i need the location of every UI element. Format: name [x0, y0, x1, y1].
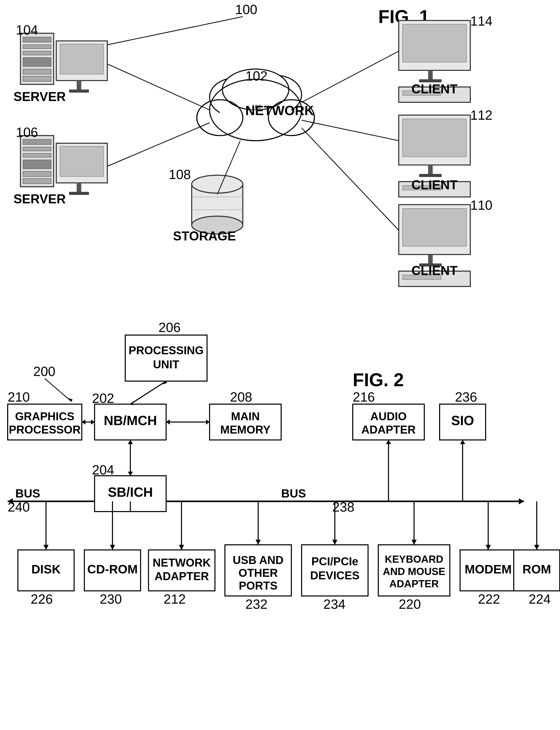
client1-label: CLIENT [412, 263, 458, 278]
cd-rom-label: CD-ROM [87, 563, 138, 576]
svg-marker-95 [412, 540, 417, 545]
disk-label: DISK [31, 563, 61, 576]
nb-mch-label: NB/MCH [104, 413, 157, 428]
ref-114: 114 [470, 14, 493, 28]
keyboard-label3: ADAPTER [389, 578, 439, 589]
svg-rect-21 [77, 81, 81, 91]
svg-rect-20 [60, 44, 104, 74]
svg-marker-99 [534, 545, 539, 550]
ref-212: 212 [164, 592, 186, 607]
svg-line-62 [302, 128, 399, 230]
ref-220: 220 [399, 597, 421, 612]
svg-rect-31 [60, 146, 104, 176]
pci-label1: PCI/PCIe [311, 555, 358, 568]
svg-marker-70 [166, 420, 170, 425]
svg-rect-22 [69, 89, 89, 93]
svg-rect-29 [23, 178, 51, 184]
storage-label: STORAGE [173, 229, 236, 243]
server2-icon [20, 136, 107, 195]
svg-line-57 [107, 64, 210, 110]
svg-rect-28 [23, 171, 51, 176]
svg-rect-13 [23, 37, 51, 42]
ref-238: 238 [332, 500, 355, 514]
ref-210: 210 [8, 390, 30, 405]
svg-rect-25 [23, 147, 51, 151]
svg-rect-52 [403, 208, 466, 246]
svg-rect-48 [419, 174, 442, 177]
network-adapter-label2: ADAPTER [155, 570, 209, 582]
svg-marker-87 [110, 545, 115, 550]
ref-208: 208 [230, 390, 252, 405]
ref-236: 236 [455, 390, 477, 405]
svg-point-35 [192, 175, 243, 193]
ref-202: 202 [92, 391, 114, 406]
svg-line-65 [130, 381, 166, 404]
svg-rect-46 [403, 119, 466, 157]
keyboard-label1: KEYBOARD [385, 554, 443, 565]
graphics-processor-label: GRAPHICS [15, 410, 74, 423]
ref-240: 240 [8, 500, 30, 514]
ref-226: 226 [31, 592, 53, 607]
svg-marker-97 [486, 545, 491, 550]
ref-108-label: 108 [169, 167, 191, 182]
ref-102: 102 [252, 104, 261, 110]
bus-left-label: BUS [15, 487, 40, 500]
svg-rect-53 [428, 254, 433, 265]
svg-marker-91 [256, 540, 261, 545]
ref-232: 232 [245, 597, 268, 612]
svg-rect-24 [23, 139, 51, 144]
ref-110: 110 [470, 198, 493, 212]
main-memory-label: MAIN [231, 410, 260, 423]
client3-label: CLIENT [412, 82, 458, 96]
ref-102-label: 102 [245, 69, 268, 83]
svg-marker-76 [128, 472, 133, 476]
sb-ich-label: SB/ICH [108, 485, 153, 500]
sio-label: SIO [451, 413, 474, 428]
svg-rect-16 [23, 58, 51, 66]
ref-230: 230 [100, 592, 122, 607]
ref-112: 112 [470, 108, 493, 122]
audio-adapter-label: AUDIO [370, 410, 407, 423]
svg-marker-81 [386, 440, 391, 444]
ref-100: 100 [235, 2, 257, 17]
server2-label: SERVER [14, 192, 66, 206]
svg-marker-72 [91, 420, 95, 425]
keyboard-label2: AND MOUSE [383, 566, 445, 577]
main-memory-label2: MEMORY [220, 423, 270, 436]
svg-rect-32 [77, 183, 81, 193]
graphics-processor-label2: PROCESSOR [9, 423, 81, 436]
svg-rect-40 [403, 24, 466, 62]
usb-label3: PORTS [239, 579, 278, 592]
svg-rect-33 [69, 192, 89, 195]
server1-label: SERVER [14, 89, 66, 104]
svg-marker-93 [332, 540, 337, 545]
pci-label2: DEVICES [310, 569, 359, 582]
svg-rect-26 [23, 153, 51, 157]
ref-104: 104 [16, 22, 38, 37]
svg-rect-41 [428, 70, 433, 81]
ref-206: 206 [158, 320, 181, 335]
svg-marker-85 [43, 545, 49, 550]
svg-rect-27 [23, 160, 51, 169]
usb-label1: USB AND [233, 554, 284, 566]
modem-label: MODEM [465, 563, 512, 576]
svg-marker-89 [179, 545, 184, 550]
processing-unit-label: PROCESSING [129, 344, 203, 356]
svg-marker-78 [519, 498, 524, 505]
network-adapter-label1: NETWORK [153, 556, 211, 569]
ref-204: 204 [92, 463, 114, 477]
svg-rect-47 [428, 165, 433, 175]
processing-unit-label2: UNIT [153, 358, 179, 371]
ref-222: 222 [478, 592, 500, 607]
ref-234: 234 [323, 597, 346, 612]
storage-icon [192, 175, 243, 234]
svg-line-58 [107, 123, 210, 166]
svg-marker-69 [206, 420, 210, 425]
svg-line-61 [302, 120, 399, 141]
client2-label: CLIENT [412, 178, 458, 192]
svg-rect-18 [23, 76, 51, 81]
svg-line-63 [45, 379, 72, 402]
rom-label: ROM [522, 563, 551, 576]
svg-marker-75 [128, 440, 133, 444]
server1-icon [20, 33, 107, 93]
